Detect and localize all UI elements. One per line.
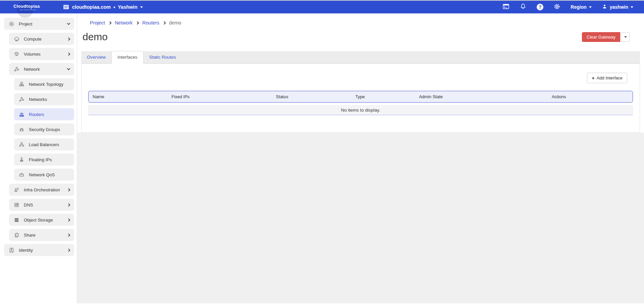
brand-logo[interactable]: Cloudtopiaa Your Cloud Partner — [0, 4, 59, 11]
sidebar-item-label: Network QoS — [29, 172, 70, 177]
breadcrumb: ProjectNetworkRoutersdemo — [90, 20, 630, 25]
console-button[interactable] — [502, 3, 509, 11]
topbar: Cloudtopiaa Your Cloud Partner cloudtopi… — [0, 0, 644, 13]
sidebar-item-share[interactable]: Share — [9, 229, 74, 241]
sidebar-item-networks[interactable]: Networks — [14, 93, 74, 105]
sidebar-item-label: Volumes — [24, 52, 67, 57]
clear-gateway-button[interactable]: Clear Gateway — [582, 32, 620, 42]
sidebar-item-load-balancers[interactable]: Load Balancers — [14, 138, 74, 150]
sidebar-item-label: Floating IPs — [29, 157, 70, 162]
chevron-right-icon — [67, 37, 70, 41]
sidebar-item-label: Infra Orchestration — [24, 187, 67, 192]
sidebar-item-project[interactable]: Project — [4, 18, 74, 30]
tab-static-routes[interactable]: Static Routes — [144, 51, 182, 63]
clear-gateway-button-group: Clear Gateway — [582, 32, 630, 42]
sidebar-item-identity[interactable]: Identity — [4, 244, 74, 256]
sidebar-item-network[interactable]: Network — [9, 63, 74, 75]
context-domain: cloudtopiaa.com — [72, 4, 111, 10]
volumes-icon — [13, 51, 20, 57]
identity-icon — [8, 247, 15, 253]
settings-button[interactable] — [553, 3, 560, 11]
caret-down-icon — [631, 6, 633, 8]
column-header-actions: Actions — [548, 94, 633, 99]
user-menu[interactable]: yashwin — [602, 4, 633, 10]
sidebar-item-network-topology[interactable]: Network Topology — [14, 78, 74, 90]
table-empty-row: No items to display. — [88, 105, 633, 115]
add-interface-label: Add Interface — [597, 75, 623, 80]
floating-ip-icon — [18, 157, 25, 163]
region-dropdown[interactable]: Region — [571, 4, 591, 10]
table-actions: + Add Interface — [88, 64, 633, 83]
page-header: ProjectNetworkRoutersdemo demo Clear Gat… — [77, 13, 644, 43]
sidebar-item-label: Network — [24, 67, 67, 72]
chevron-right-icon — [136, 21, 139, 25]
interfaces-panel: + Add Interface NameFixed IPsStatusTypeA… — [81, 64, 640, 133]
clear-gateway-dropdown-toggle[interactable] — [621, 32, 630, 42]
user-label: yashwin — [610, 4, 628, 10]
tab-bar: OverviewInterfacesStatic Routes — [81, 51, 640, 64]
networks-icon — [18, 96, 25, 103]
chevron-right-icon — [67, 218, 70, 222]
dns-icon — [13, 202, 20, 208]
compute-icon — [13, 36, 20, 42]
project-icon — [8, 21, 15, 27]
main-content: ProjectNetworkRoutersdemo demo Clear Gat… — [77, 13, 644, 303]
column-header-admin-state: Admin State — [415, 94, 548, 99]
tab-overview[interactable]: Overview — [81, 51, 111, 63]
list-icon — [63, 4, 69, 10]
user-icon — [602, 4, 607, 10]
caret-down-icon — [589, 6, 592, 8]
sidebar-item-label: DNS — [24, 202, 67, 207]
page-background-filler — [77, 133, 644, 304]
sidebar-item-compute[interactable]: Compute — [9, 33, 74, 45]
console-icon — [502, 3, 509, 11]
context-switcher[interactable]: cloudtopiaa.com • Yashwin — [63, 4, 143, 10]
chevron-right-icon — [67, 203, 70, 206]
page-title: demo — [83, 31, 630, 43]
empty-message: No items to display. — [341, 108, 380, 113]
chevron-right-icon — [67, 233, 70, 237]
chevron-right-icon — [67, 52, 70, 56]
bell-icon — [520, 3, 527, 11]
sidebar-item-dns[interactable]: DNS — [9, 199, 74, 211]
region-label: Region — [571, 4, 586, 10]
chevron-right-icon — [67, 188, 70, 191]
notifications-button[interactable] — [520, 3, 527, 11]
column-header-status: Status — [272, 94, 352, 99]
sidebar-item-floating-ips[interactable]: Floating IPs — [14, 154, 74, 166]
network-topology-icon — [18, 81, 25, 87]
infra-orchestration-icon — [13, 187, 20, 193]
chevron-down-icon — [67, 67, 70, 70]
object-storage-icon — [13, 217, 20, 223]
column-header-fixed-ips: Fixed IPs — [167, 94, 272, 99]
sidebar-item-label: Identity — [19, 248, 67, 253]
sidebar-item-label: Networks — [29, 97, 70, 102]
help-button[interactable]: ? — [537, 4, 543, 10]
help-icon: ? — [537, 4, 543, 10]
sidebar-item-label: Compute — [24, 37, 67, 42]
sidebar-item-label: Network Topology — [29, 82, 70, 87]
sidebar-item-label: Security Groups — [29, 127, 70, 132]
brand-tagline: Your Cloud Partner — [13, 9, 42, 11]
sidebar-item-security-groups[interactable]: Security Groups — [14, 123, 74, 135]
tab-interfaces[interactable]: Interfaces — [111, 51, 143, 64]
network-qos-icon — [18, 172, 25, 178]
sidebar-item-label: Routers — [29, 112, 70, 117]
caret-down-icon — [624, 36, 627, 38]
sidebar-item-network-qos[interactable]: Network QoS — [14, 169, 74, 181]
breadcrumb-current: demo — [169, 20, 181, 25]
breadcrumb-link-project[interactable]: Project — [90, 20, 105, 25]
breadcrumb-link-network[interactable]: Network — [115, 20, 132, 25]
sidebar-item-infra-orchestration[interactable]: Infra Orchestration — [9, 184, 74, 196]
sidebar-item-routers[interactable]: Routers — [14, 108, 74, 120]
add-interface-button[interactable]: + Add Interface — [587, 73, 627, 83]
chevron-right-icon — [163, 21, 166, 25]
sidebar-item-label: Object Storage — [24, 218, 67, 223]
breadcrumb-link-routers[interactable]: Routers — [142, 20, 159, 25]
sidebar-item-label: Project — [19, 21, 67, 26]
load-balancer-icon — [18, 141, 25, 148]
network-icon — [13, 66, 20, 72]
sidebar-item-volumes[interactable]: Volumes — [9, 48, 74, 60]
plus-icon: + — [592, 75, 595, 80]
sidebar-item-object-storage[interactable]: Object Storage — [9, 214, 74, 226]
